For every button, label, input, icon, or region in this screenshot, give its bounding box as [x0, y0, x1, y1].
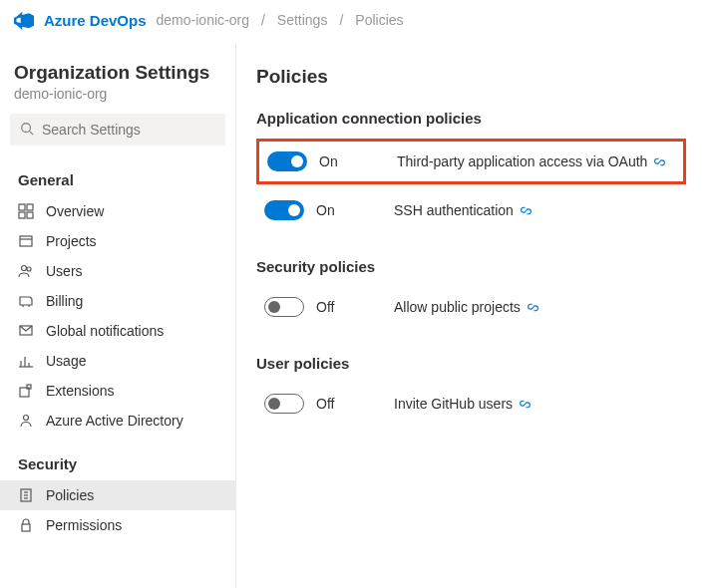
- policy-row-public-projects: Off Allow public projects: [256, 287, 686, 327]
- sidebar-item-extensions[interactable]: Extensions: [0, 376, 235, 406]
- toggle-invite-github[interactable]: [264, 394, 304, 414]
- sidebar-item-label: Policies: [46, 487, 94, 503]
- extensions-icon: [18, 383, 34, 399]
- sidebar-title: Organization Settings: [0, 62, 235, 86]
- svg-point-9: [27, 267, 31, 271]
- svg-point-19: [24, 416, 29, 421]
- sidebar-item-label: Projects: [46, 233, 97, 249]
- sidebar-item-global-notifications[interactable]: Global notifications: [0, 316, 235, 346]
- breadcrumb-separator: /: [337, 12, 345, 28]
- permissions-icon: [18, 517, 34, 533]
- sidebar-item-label: Users: [46, 263, 83, 279]
- sidebar-item-aad[interactable]: Azure Active Directory: [0, 406, 235, 436]
- svg-line-1: [30, 131, 34, 135]
- breadcrumb-settings[interactable]: Settings: [277, 12, 328, 28]
- toggle-ssh[interactable]: [264, 200, 304, 220]
- policy-row-invite-github: Off Invite GitHub users: [256, 384, 686, 424]
- policy-label: Allow public projects: [394, 299, 539, 315]
- sidebar-item-label: Global notifications: [46, 323, 164, 339]
- svg-point-0: [22, 123, 31, 132]
- svg-rect-2: [19, 204, 25, 210]
- svg-rect-3: [27, 204, 33, 210]
- sidebar-item-label: Usage: [46, 353, 86, 369]
- aad-icon: [18, 413, 34, 429]
- toggle-oauth[interactable]: [267, 151, 307, 171]
- page-title: Policies: [256, 66, 686, 88]
- link-icon[interactable]: [519, 398, 532, 411]
- header: Azure DevOps demo-ionic-org / Settings /…: [0, 0, 714, 44]
- toggle-state-label: On: [319, 153, 353, 169]
- sidebar: Organization Settings demo-ionic-org Gen…: [0, 44, 236, 588]
- sidebar-item-projects[interactable]: Projects: [0, 226, 235, 256]
- link-icon[interactable]: [527, 301, 539, 314]
- usage-icon: [18, 353, 34, 369]
- section-security-label: Security: [0, 449, 235, 480]
- overview-icon: [18, 203, 34, 219]
- breadcrumb-separator: /: [259, 12, 267, 28]
- svg-point-8: [22, 266, 27, 271]
- breadcrumb-policies[interactable]: Policies: [355, 12, 403, 28]
- sidebar-item-label: Overview: [46, 203, 104, 219]
- sidebar-item-billing[interactable]: Billing: [0, 286, 235, 316]
- sidebar-item-overview[interactable]: Overview: [0, 196, 235, 226]
- svg-rect-24: [22, 524, 30, 531]
- sidebar-item-usage[interactable]: Usage: [0, 346, 235, 376]
- group-title: Application connection policies: [256, 110, 686, 127]
- breadcrumb-org[interactable]: demo-ionic-org: [157, 12, 249, 28]
- sidebar-item-label: Billing: [46, 293, 83, 309]
- highlighted-policy: On Third-party application access via OA…: [256, 139, 686, 184]
- sidebar-item-label: Azure Active Directory: [46, 413, 183, 429]
- notifications-icon: [18, 323, 34, 339]
- search-box[interactable]: [10, 114, 225, 146]
- policy-label: Invite GitHub users: [394, 396, 532, 412]
- policies-icon: [18, 487, 34, 503]
- brand-label[interactable]: Azure DevOps: [44, 12, 147, 29]
- users-icon: [18, 263, 34, 279]
- billing-icon: [18, 293, 34, 309]
- section-general-label: General: [0, 165, 235, 196]
- group-user-policies: User policies Off Invite GitHub users: [256, 355, 686, 424]
- sidebar-item-permissions[interactable]: Permissions: [0, 510, 235, 540]
- group-app-connection: Application connection policies On Third…: [256, 110, 686, 230]
- svg-rect-4: [19, 212, 25, 218]
- toggle-state-label: On: [316, 202, 350, 218]
- svg-rect-6: [20, 236, 32, 246]
- group-title: Security policies: [256, 258, 686, 275]
- projects-icon: [18, 233, 34, 249]
- toggle-state-label: Off: [316, 396, 350, 412]
- azure-devops-logo: [14, 10, 34, 30]
- main-content: Policies Application connection policies…: [236, 44, 714, 588]
- policy-label: Third-party application access via OAuth: [397, 153, 666, 169]
- group-security-policies: Security policies Off Allow public proje…: [256, 258, 686, 327]
- sidebar-item-label: Extensions: [46, 383, 114, 399]
- group-title: User policies: [256, 355, 686, 372]
- sidebar-subtitle: demo-ionic-org: [0, 86, 235, 114]
- search-input[interactable]: [42, 122, 216, 138]
- policy-label: SSH authentication: [394, 202, 533, 218]
- sidebar-item-label: Permissions: [46, 517, 122, 533]
- toggle-public-projects[interactable]: [264, 297, 304, 317]
- policy-row-ssh: On SSH authentication: [256, 190, 686, 230]
- search-icon: [20, 122, 34, 139]
- link-icon[interactable]: [653, 155, 666, 168]
- link-icon[interactable]: [520, 204, 533, 217]
- policy-row-oauth: On Third-party application access via OA…: [259, 142, 683, 181]
- sidebar-item-policies[interactable]: Policies: [0, 480, 235, 510]
- sidebar-item-users[interactable]: Users: [0, 256, 235, 286]
- svg-rect-5: [27, 212, 33, 218]
- toggle-state-label: Off: [316, 299, 350, 315]
